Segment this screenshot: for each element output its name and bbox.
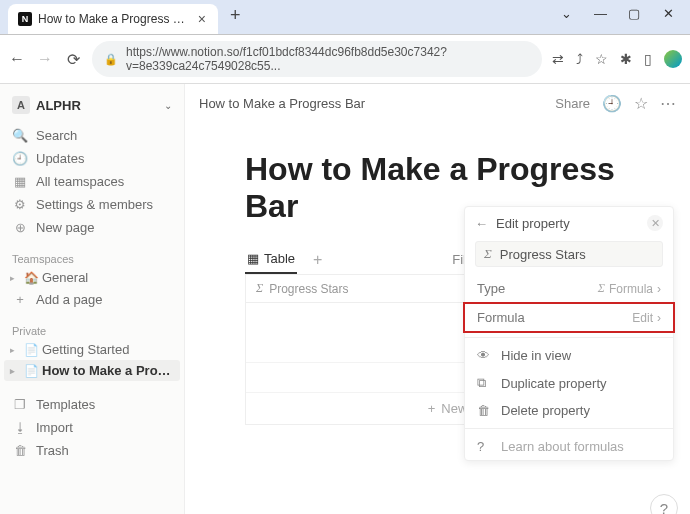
help-button[interactable]: ? <box>650 494 678 514</box>
plus-icon: + <box>428 401 436 416</box>
duplicate-icon: ⧉ <box>477 375 491 391</box>
share-url-icon[interactable]: ⤴ <box>576 51 583 67</box>
close-icon[interactable]: ✕ <box>647 215 663 231</box>
forward-icon: → <box>36 50 54 68</box>
tab-title: How to Make a Progress Bar <box>38 12 190 26</box>
sidebar-item-templates[interactable]: ❐Templates <box>4 393 180 416</box>
triangle-icon[interactable]: ▸ <box>10 345 20 355</box>
help-icon: ? <box>477 439 491 454</box>
close-tab-icon[interactable]: × <box>196 11 208 27</box>
hide-in-view-button[interactable]: 👁Hide in view <box>465 342 673 369</box>
panel-icon[interactable]: ▯ <box>644 51 652 67</box>
chevron-down-icon[interactable]: ⌄ <box>560 6 572 21</box>
page-getting-started[interactable]: ▸📄Getting Started <box>4 339 180 360</box>
sidebar-item-import[interactable]: ⭳Import <box>4 416 180 439</box>
updates-icon[interactable]: 🕘 <box>602 94 622 113</box>
back-icon[interactable]: ← <box>8 50 26 68</box>
templates-icon: ❐ <box>12 397 28 412</box>
favorite-icon[interactable]: ☆ <box>634 94 648 113</box>
home-icon: 🏠 <box>24 271 38 285</box>
profile-avatar-icon[interactable] <box>664 50 682 68</box>
property-type-row[interactable]: Type ΣFormula› <box>465 275 673 302</box>
workspace-initial: A <box>12 96 30 114</box>
workspace-switcher[interactable]: A ALPHR ⌄ <box>4 92 180 118</box>
trash-icon: 🗑 <box>477 403 491 418</box>
formula-edit-row[interactable]: Formula Edit› <box>463 302 675 333</box>
add-page-button[interactable]: +Add a page <box>4 288 180 311</box>
extensions-icon[interactable]: ✱ <box>620 51 632 67</box>
share-button[interactable]: Share <box>555 96 590 111</box>
section-teamspaces: Teamspaces <box>4 245 180 267</box>
lock-icon: 🔒 <box>104 53 118 66</box>
trash-icon: 🗑 <box>12 443 28 458</box>
page-icon: 📄 <box>24 343 38 357</box>
sidebar-item-new-page[interactable]: ⊕New page <box>4 216 180 239</box>
chevron-right-icon: › <box>657 282 661 296</box>
sidebar-item-teamspaces[interactable]: ▦All teamspaces <box>4 170 180 193</box>
edit-property-panel: ← Edit property ✕ Σ Progress Stars Type … <box>464 206 674 461</box>
import-icon: ⭳ <box>12 420 28 435</box>
workspace-name: ALPHR <box>36 98 158 113</box>
sidebar-item-search[interactable]: 🔍Search <box>4 124 180 147</box>
page-icon: 📄 <box>24 364 38 378</box>
search-icon: 🔍 <box>12 128 28 143</box>
url-input[interactable]: 🔒 https://www.notion.so/f1cf01bdcf8344dc… <box>92 41 542 77</box>
formula-icon: Σ <box>598 281 605 296</box>
minimize-icon[interactable]: — <box>594 6 606 21</box>
sidebar: A ALPHR ⌄ 🔍Search 🕘Updates ▦All teamspac… <box>0 84 185 514</box>
bookmark-icon[interactable]: ☆ <box>595 51 608 67</box>
triangle-icon[interactable]: ▸ <box>10 273 20 283</box>
add-view-button[interactable]: + <box>307 251 328 269</box>
table-icon: ▦ <box>247 251 259 266</box>
eye-icon: 👁 <box>477 348 491 363</box>
plus-icon: + <box>12 292 28 307</box>
duplicate-property-button[interactable]: ⧉Duplicate property <box>465 369 673 397</box>
formula-icon: Σ <box>482 246 494 262</box>
delete-property-button[interactable]: 🗑Delete property <box>465 397 673 424</box>
plus-circle-icon: ⊕ <box>12 220 28 235</box>
translate-icon[interactable]: ⇄ <box>552 51 564 67</box>
sidebar-item-updates[interactable]: 🕘Updates <box>4 147 180 170</box>
chevron-down-icon: ⌄ <box>164 100 172 111</box>
chevron-right-icon: › <box>657 311 661 325</box>
back-icon[interactable]: ← <box>475 216 488 231</box>
close-window-icon[interactable]: ✕ <box>662 6 674 21</box>
sidebar-item-trash[interactable]: 🗑Trash <box>4 439 180 462</box>
reload-icon[interactable]: ⟳ <box>64 50 82 69</box>
panel-title: Edit property <box>496 216 639 231</box>
clock-icon: 🕘 <box>12 151 28 166</box>
triangle-icon[interactable]: ▸ <box>10 366 20 376</box>
maximize-icon[interactable]: ▢ <box>628 6 640 21</box>
url-text: https://www.notion.so/f1cf01bdcf8344dc96… <box>126 45 530 73</box>
property-name-input[interactable]: Σ Progress Stars <box>475 241 663 267</box>
new-tab-button[interactable]: + <box>222 1 249 30</box>
view-tab-table[interactable]: ▦ Table <box>245 245 297 274</box>
formula-icon: Σ <box>256 281 263 296</box>
notion-favicon-icon: N <box>18 12 32 26</box>
learn-formulas-link[interactable]: ?Learn about formulas <box>465 433 673 460</box>
page-progress-bar[interactable]: ▸📄How to Make a Progress ... <box>4 360 180 381</box>
browser-tab[interactable]: N How to Make a Progress Bar × <box>8 4 218 34</box>
section-private: Private <box>4 317 180 339</box>
breadcrumb[interactable]: How to Make a Progress Bar <box>199 96 365 111</box>
more-icon[interactable]: ⋯ <box>660 94 676 113</box>
gear-icon: ⚙ <box>12 197 28 212</box>
sidebar-item-settings[interactable]: ⚙Settings & members <box>4 193 180 216</box>
teamspace-general[interactable]: ▸🏠General <box>4 267 180 288</box>
teamspaces-icon: ▦ <box>12 174 28 189</box>
